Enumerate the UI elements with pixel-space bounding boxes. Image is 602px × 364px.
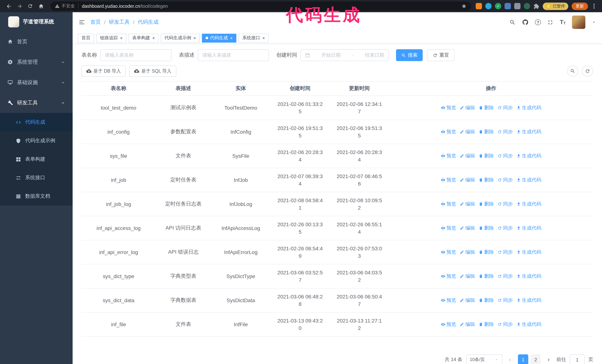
tab-home[interactable]: 首页	[78, 33, 94, 42]
action-sync[interactable]: 同步	[497, 297, 513, 304]
extension-check-icon[interactable]	[495, 3, 501, 9]
action-generate-code[interactable]: 生成代码	[516, 201, 541, 207]
action-edit[interactable]: 编辑	[460, 104, 475, 111]
extension-people-icon[interactable]	[505, 3, 511, 9]
action-preview[interactable]: 预览	[441, 273, 456, 280]
action-edit[interactable]: 编辑	[460, 177, 475, 183]
import-db-button[interactable]: 基于 DB 导入	[82, 65, 126, 77]
tab-codegen[interactable]: 代码生成×	[202, 33, 236, 42]
action-edit[interactable]: 编辑	[460, 249, 475, 256]
close-icon[interactable]: ×	[194, 36, 196, 40]
bookmark-star-icon[interactable]	[461, 3, 467, 9]
action-generate-code[interactable]: 生成代码	[516, 104, 541, 111]
action-preview[interactable]: 预览	[441, 153, 456, 159]
action-generate-code[interactable]: 生成代码	[516, 249, 541, 256]
extension-gray-icon[interactable]	[514, 3, 520, 9]
table-desc-input[interactable]: 请输入表描述	[198, 49, 269, 61]
tab-codegen-example[interactable]: 代码生成示例×	[161, 33, 200, 42]
action-delete[interactable]: 删除	[479, 153, 494, 159]
action-preview[interactable]: 预览	[441, 177, 456, 183]
action-generate-code[interactable]: 生成代码	[516, 225, 541, 231]
extension-leaf-icon[interactable]	[524, 3, 530, 9]
action-sync[interactable]: 同步	[497, 321, 513, 328]
tab-system-api[interactable]: 系统接口×	[239, 33, 269, 42]
close-icon[interactable]: ×	[262, 36, 265, 40]
action-sync[interactable]: 同步	[497, 128, 513, 135]
extension-fox-icon[interactable]	[476, 3, 482, 9]
action-edit[interactable]: 编辑	[460, 273, 475, 280]
extensions-puzzle-icon[interactable]	[533, 3, 539, 9]
close-icon[interactable]: ×	[120, 36, 123, 40]
breadcrumb-dev-tools[interactable]: 研发工具	[109, 19, 130, 26]
github-icon[interactable]	[522, 19, 529, 26]
action-sync[interactable]: 同步	[497, 225, 513, 231]
page-button-1[interactable]: 1	[518, 354, 528, 364]
action-generate-code[interactable]: 生成代码	[516, 153, 541, 159]
action-generate-code[interactable]: 生成代码	[516, 128, 541, 135]
caret-down-icon[interactable]	[592, 20, 596, 24]
action-preview[interactable]: 预览	[441, 201, 456, 207]
action-sync[interactable]: 同步	[497, 249, 513, 256]
font-size-icon[interactable]	[560, 19, 566, 25]
action-generate-code[interactable]: 生成代码	[516, 177, 541, 183]
tab-form-builder[interactable]: 表单构建×	[129, 33, 159, 42]
extension-drop-icon[interactable]	[485, 3, 492, 9]
action-delete[interactable]: 删除	[479, 297, 494, 304]
prev-page-button[interactable]: ‹	[506, 354, 514, 364]
sidebar-item-system-api[interactable]: 系统接口	[0, 168, 73, 187]
action-sync[interactable]: 同步	[497, 153, 513, 159]
action-generate-code[interactable]: 生成代码	[516, 297, 541, 304]
action-edit[interactable]: 编辑	[460, 321, 475, 328]
action-generate-code[interactable]: 生成代码	[516, 273, 541, 280]
next-page-button[interactable]: ›	[545, 354, 553, 364]
action-preview[interactable]: 预览	[441, 225, 456, 231]
browser-menu-kebab-icon[interactable]	[591, 2, 597, 10]
action-preview[interactable]: 预览	[441, 249, 456, 256]
refresh-table-button[interactable]	[582, 65, 593, 77]
help-icon[interactable]	[535, 19, 541, 25]
browser-home-icon[interactable]	[36, 1, 46, 11]
action-delete[interactable]: 删除	[479, 177, 494, 183]
page-button-2[interactable]: 2	[530, 354, 541, 364]
action-delete[interactable]: 删除	[479, 321, 494, 328]
action-preview[interactable]: 预览	[441, 321, 456, 328]
action-edit[interactable]: 编辑	[460, 297, 475, 304]
action-delete[interactable]: 删除	[479, 104, 494, 111]
action-preview[interactable]: 预览	[441, 104, 456, 111]
search-icon[interactable]	[509, 19, 516, 25]
tab-tracing[interactable]: 链路追踪×	[96, 33, 126, 42]
back-icon[interactable]	[4, 1, 14, 11]
date-range-input[interactable]: 开始日期 - 结束日期	[301, 49, 389, 61]
search-button[interactable]: 搜索	[396, 49, 423, 61]
sidebar-item-form-builder[interactable]: 表单构建	[0, 150, 73, 168]
close-icon[interactable]: ×	[152, 36, 155, 40]
goto-page-input[interactable]: 1	[570, 354, 585, 364]
sidebar-item-infrastructure[interactable]: 基础设施	[0, 72, 73, 93]
action-sync[interactable]: 同步	[497, 273, 513, 280]
close-icon[interactable]: ×	[230, 36, 233, 40]
action-sync[interactable]: 同步	[497, 201, 513, 207]
sidebar-item-system-management[interactable]: 系统管理	[0, 52, 73, 72]
reset-button[interactable]: 重置	[427, 49, 455, 61]
action-delete[interactable]: 删除	[479, 128, 494, 135]
action-sync[interactable]: 同步	[497, 177, 513, 183]
breadcrumb-home[interactable]: 首页	[90, 19, 101, 26]
toggle-search-button[interactable]	[567, 65, 578, 77]
sidebar-item-codegen-example[interactable]: 代码生成示例	[0, 131, 73, 150]
action-preview[interactable]: 预览	[441, 128, 456, 135]
action-delete[interactable]: 删除	[479, 249, 494, 256]
action-sync[interactable]: 同步	[497, 104, 513, 111]
import-sql-button[interactable]: 基于 SQL 导入	[129, 65, 176, 77]
sidebar-item-dev-tools[interactable]: 研发工具	[0, 93, 73, 113]
paused-extension-badge[interactable]: 已暂停	[543, 2, 568, 10]
address-bar[interactable]: 不安全 dashboard.yudao.iocoder.cn /tool/cod…	[50, 1, 471, 11]
action-edit[interactable]: 编辑	[460, 153, 475, 159]
forward-icon[interactable]	[14, 1, 24, 11]
action-edit[interactable]: 编辑	[460, 128, 475, 135]
action-delete[interactable]: 删除	[479, 225, 494, 231]
action-delete[interactable]: 删除	[479, 273, 494, 280]
sidebar-item-db-doc[interactable]: 数据库文档	[0, 187, 73, 206]
sidebar-item-codegen[interactable]: 代码生成	[0, 113, 73, 131]
sidebar-toggle-icon[interactable]	[78, 19, 85, 26]
reload-icon[interactable]	[25, 1, 35, 11]
